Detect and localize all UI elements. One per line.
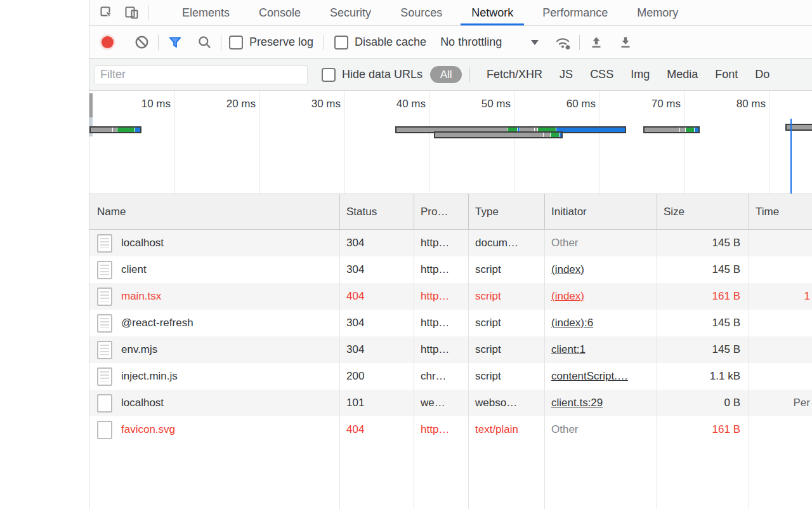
timeline-gridline bbox=[769, 91, 770, 194]
cell-size: 0 B bbox=[657, 397, 749, 409]
column-header-name[interactable]: Name bbox=[89, 194, 340, 229]
inspect-element-icon[interactable] bbox=[98, 4, 115, 21]
tab-security[interactable]: Security bbox=[315, 0, 386, 25]
column-header-size[interactable]: Size bbox=[657, 194, 749, 229]
initiator-link[interactable]: client.ts:29 bbox=[551, 397, 603, 409]
cell-type: webso… bbox=[469, 397, 545, 409]
filter-chip-js[interactable]: JS bbox=[560, 68, 573, 81]
cell-name: @react-refresh bbox=[89, 314, 340, 333]
filter-chip-font[interactable]: Font bbox=[715, 68, 738, 81]
waterfall-segment-gray bbox=[680, 128, 685, 132]
cell-name: favicon.svg bbox=[89, 421, 340, 439]
table-row[interactable]: client304http…script(index)145 B bbox=[89, 256, 812, 283]
timeline-gridline bbox=[429, 91, 430, 194]
request-name: inject.min.js bbox=[121, 370, 178, 383]
waterfall-segment-gray bbox=[435, 133, 543, 137]
device-toolbar-icon[interactable] bbox=[124, 4, 140, 21]
tab-sources[interactable]: Sources bbox=[386, 0, 457, 25]
hide-data-urls-label: Hide data URLs bbox=[342, 68, 422, 81]
network-conditions-icon[interactable] bbox=[554, 34, 572, 51]
document-file-icon bbox=[97, 367, 112, 386]
tab-strip: ElementsConsoleSecuritySourcesNetworkPer… bbox=[167, 0, 812, 25]
tab-performance[interactable]: Performance bbox=[528, 0, 622, 25]
waterfall-segment-green bbox=[551, 133, 559, 137]
table-row[interactable]: env.mjs304http…scriptclient:1145 B bbox=[89, 336, 812, 363]
disable-cache-checkbox[interactable] bbox=[334, 36, 348, 50]
request-type-chips: Fetch/XHRJSCSSImgMediaFontDo bbox=[487, 68, 812, 81]
cell-name: localhost bbox=[89, 234, 340, 253]
cell-type: script bbox=[469, 370, 545, 383]
tab-elements[interactable]: Elements bbox=[167, 0, 244, 25]
cell-name: main.tsx bbox=[89, 288, 340, 306]
filter-chip-img[interactable]: Img bbox=[631, 68, 650, 81]
throttling-value: No throttling bbox=[440, 36, 502, 49]
initiator-link[interactable]: (index) bbox=[551, 263, 584, 275]
cell-initiator: (index) bbox=[545, 290, 657, 303]
table-row[interactable]: localhost304http…docum…Other145 B bbox=[89, 230, 812, 256]
initiator-link[interactable]: (index):6 bbox=[551, 317, 593, 329]
timeline-tick-label: 60 ms bbox=[541, 98, 596, 110]
request-name: localhost bbox=[121, 237, 164, 249]
document-file-icon bbox=[97, 234, 112, 253]
cell-name: client bbox=[89, 261, 340, 279]
table-header-row: NameStatusPro…TypeInitiatorSizeTime bbox=[89, 194, 812, 230]
waterfall-segment-gray bbox=[544, 133, 550, 137]
filter-chip-media[interactable]: Media bbox=[667, 68, 698, 81]
search-icon[interactable] bbox=[195, 34, 213, 51]
timeline-tick-label: 40 ms bbox=[371, 98, 426, 110]
cell-type: script bbox=[469, 290, 545, 303]
import-har-icon[interactable] bbox=[587, 34, 605, 51]
table-row[interactable]: @react-refresh304http…script(index):6145… bbox=[89, 310, 812, 336]
cell-protocol: chr… bbox=[414, 370, 469, 383]
initiator-link[interactable]: (index) bbox=[551, 290, 584, 302]
cell-type: script bbox=[469, 263, 545, 276]
table-row[interactable]: localhost101we…webso…client.ts:290 BPer bbox=[89, 390, 812, 416]
filter-chip-all[interactable]: All bbox=[430, 66, 462, 83]
cell-size: 161 B bbox=[657, 290, 749, 303]
cell-type: script bbox=[469, 317, 545, 329]
export-har-icon[interactable] bbox=[617, 34, 634, 51]
toolbar-divider bbox=[221, 35, 221, 50]
cell-status: 304 bbox=[340, 343, 414, 356]
throttling-dropdown[interactable]: No throttling bbox=[440, 36, 539, 49]
cell-initiator: Other bbox=[545, 237, 657, 249]
tab-memory[interactable]: Memory bbox=[622, 0, 693, 25]
waterfall-segment-gray bbox=[91, 128, 112, 132]
cell-name: inject.min.js bbox=[89, 367, 340, 386]
filter-chip-fetch-xhr[interactable]: Fetch/XHR bbox=[487, 68, 542, 81]
timeline-tick-label: 80 ms bbox=[711, 98, 766, 110]
table-row[interactable]: inject.min.js200chr…scriptcontentScript.… bbox=[89, 363, 812, 390]
initiator-link[interactable]: contentScript.… bbox=[551, 370, 628, 382]
cell-type: docum… bbox=[469, 237, 545, 249]
disable-cache-label: Disable cache bbox=[355, 36, 426, 49]
column-header-type[interactable]: Type bbox=[469, 194, 545, 229]
column-header-status[interactable]: Status bbox=[340, 194, 414, 229]
chevron-down-icon bbox=[531, 40, 539, 45]
preserve-log-checkbox[interactable] bbox=[229, 36, 243, 50]
network-overview[interactable]: 10 ms20 ms30 ms40 ms50 ms60 ms70 ms80 ms bbox=[89, 91, 812, 194]
waterfall-segment-green bbox=[117, 128, 134, 132]
column-header-initiator[interactable]: Initiator bbox=[545, 194, 657, 229]
cell-status: 101 bbox=[340, 397, 414, 409]
initiator-link[interactable]: client:1 bbox=[551, 343, 586, 355]
document-file-icon bbox=[97, 341, 112, 359]
document-file-icon bbox=[97, 261, 112, 279]
filter-input[interactable] bbox=[95, 65, 308, 84]
record-network-log-button[interactable] bbox=[98, 34, 116, 51]
cell-time: Per bbox=[749, 397, 812, 409]
cell-name: env.mjs bbox=[89, 341, 340, 359]
filter-chip-css[interactable]: CSS bbox=[590, 68, 613, 81]
table-row[interactable]: main.tsx404http…script(index)161 B1 bbox=[89, 283, 812, 310]
table-row[interactable]: favicon.svg404http…text/plainOther161 B bbox=[89, 416, 812, 443]
tab-console[interactable]: Console bbox=[244, 0, 315, 25]
tab-network[interactable]: Network bbox=[457, 0, 528, 25]
column-header-pro[interactable]: Pro… bbox=[414, 194, 469, 229]
hide-data-urls-checkbox[interactable] bbox=[322, 68, 336, 82]
filter-chip-do[interactable]: Do bbox=[755, 68, 769, 81]
waterfall-segment-gray bbox=[645, 128, 679, 132]
clear-network-log-button[interactable] bbox=[133, 34, 150, 51]
filter-toggle-button[interactable] bbox=[166, 34, 184, 51]
request-name: localhost bbox=[121, 397, 164, 409]
cell-size: 145 B bbox=[657, 317, 749, 329]
column-header-time[interactable]: Time bbox=[749, 194, 812, 229]
